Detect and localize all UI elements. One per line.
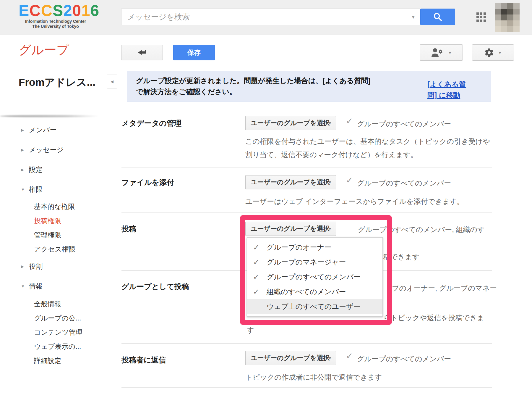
sidebar-item-label: 権限 [29, 185, 43, 194]
dropdown-menu-item[interactable]: ✓ グループのすべてのメンバー [247, 270, 382, 284]
expand-arrow-icon: ▶ [21, 167, 29, 172]
expand-arrow-icon: ▶ [21, 264, 29, 269]
sidebar-item-label: ウェブ表示の... [34, 342, 81, 351]
dropdown-label: ユーザーのグループを選択 [251, 178, 330, 187]
sidebar-item-label: 管理権限 [34, 231, 61, 240]
expand-arrow-icon: ▼ [21, 187, 29, 192]
logo-letter: S [53, 2, 63, 19]
back-button[interactable] [121, 45, 163, 60]
occluded-text-fragment: 稿できます [383, 252, 419, 262]
settings-button[interactable]: ▼ [472, 44, 514, 61]
row-divider [121, 387, 492, 388]
avatar[interactable] [495, 3, 520, 32]
logo-letter: 6 [90, 2, 99, 19]
chevron-down-icon: ▼ [328, 121, 332, 125]
reply-to-author-group-select-dropdown[interactable]: ユーザーのグループを選択 ▼ [245, 351, 336, 365]
sidebar-item-label: 設定 [29, 165, 43, 174]
check-icon: ✓ [346, 116, 353, 126]
check-icon: ✓ [253, 273, 259, 282]
row-divider [121, 212, 492, 213]
sidebar-item-label: 全般情報 [34, 299, 61, 309]
occluded-text-fragment: らトピックや返信を投稿できま [383, 313, 484, 323]
chevron-down-icon: ▼ [328, 226, 332, 231]
eccs-logo: ECCS2016 Information Technology Center T… [19, 2, 93, 29]
group-name-title: Fromアドレス... [19, 75, 95, 89]
sidebar-nav-item[interactable]: ▼ 権限 [0, 182, 117, 196]
dropdown-menu-item-label: グループのすべてのメンバー [267, 272, 361, 282]
attach-files-description: ユーザーはウェブ インターフェースからファイルを添付できます。 [245, 195, 495, 208]
occluded-text-fragment: プのオーナー, グループのマネー [392, 283, 497, 293]
sidebar: Fromアドレス... ◀ ▶ メンバー ▶ メッセージ ▶ 設定 [0, 70, 117, 419]
logo-letter: 0 [72, 2, 81, 19]
save-button[interactable]: 保存 [173, 45, 215, 60]
dropdown-menu-item-label: グループのオーナー [267, 243, 331, 252]
metadata-selected-value: グループのすべてのメンバー [357, 119, 451, 129]
logo-letter: C [29, 2, 41, 19]
member-settings-button[interactable]: ▼ [420, 44, 463, 61]
check-icon: ✓ [346, 175, 353, 185]
check-icon: ✓ [253, 287, 259, 296]
search-icon [433, 12, 442, 22]
metadata-group-select-dropdown[interactable]: ユーザーのグループを選択 ▼ [245, 116, 336, 130]
sidebar-nav-item[interactable]: アクセス権限 [0, 242, 117, 256]
sidebar-nav-item[interactable]: 管理権限 [0, 228, 117, 242]
sidebar-nav-item[interactable]: コンテンツ管理 [0, 325, 117, 339]
dropdown-menu-item[interactable]: ✓ グループのマネージャー [247, 255, 382, 270]
logo-letter: 2 [63, 2, 72, 19]
app-title: グループ [19, 43, 69, 57]
chevron-down-icon: ▼ [498, 50, 502, 55]
logo-letter: E [19, 2, 29, 19]
sidebar-nav-item[interactable]: 基本的な権限 [0, 199, 117, 214]
dropdown-label: ユーザーのグループを選択 [251, 119, 330, 128]
sidebar-nav-item[interactable]: ▶ 設定 [0, 162, 117, 177]
dropdown-label: ユーザーのグループを選択 [251, 224, 330, 233]
expand-arrow-icon: ▶ [21, 128, 29, 132]
sidebar-collapse-button[interactable]: ◀ [107, 75, 117, 88]
metadata-description: この権限を付与されたユーザーは、基本的なタスク（トピックの引き受けや割り当て、返… [245, 135, 495, 161]
search-button[interactable] [420, 9, 455, 25]
groups-settings-page: ECCS2016 Information Technology Center T… [0, 0, 532, 419]
post-permission-dropdown-menu: ✓ グループのオーナー ✓ グループのマネージャー ✓ グループのすべてのメンバ… [247, 237, 383, 317]
faq-link[interactable]: [よくある質 問] に移動 [427, 79, 486, 101]
logo-subtitle-1: Information Technology Center [19, 19, 93, 24]
notification-banner: グループ設定が更新されました。問題が発生した場合は、[よくある質問] で解決方法… [127, 71, 491, 101]
dropdown-menu-item[interactable]: ✓ グループのオーナー [247, 240, 382, 255]
eccs-logo-text: ECCS2016 [19, 2, 93, 19]
sidebar-nav-item[interactable]: ▶ 役割 [0, 259, 117, 273]
sidebar-item-label: コンテンツ管理 [34, 328, 82, 337]
sidebar-nav-item[interactable]: ▼ 情報 [0, 279, 117, 293]
search-input[interactable] [121, 9, 420, 25]
row-label-metadata: メタデータの管理 [121, 118, 181, 128]
dropdown-menu-item[interactable]: ✓ 組織のすべてのメンバー [247, 284, 382, 299]
sidebar-nav-item[interactable]: ウェブ表示の... [0, 339, 117, 354]
post-selected-value-partial: グループのすべてのメンバー, 組織のす [358, 225, 485, 234]
logo-letter: C [41, 2, 53, 19]
row-label-attach-files: ファイルを添付 [121, 178, 174, 187]
chevron-down-icon: ▼ [448, 50, 452, 55]
sidebar-item-label: メッセージ [29, 145, 64, 154]
logo-letter: 1 [81, 2, 90, 19]
search-scope-dropdown-arrow-icon[interactable]: ▼ [411, 15, 415, 20]
sidebar-shadow-divider [0, 115, 103, 117]
row-divider [121, 343, 492, 344]
post-group-select-dropdown[interactable]: ユーザーのグループを選択 ▼ [245, 222, 336, 236]
sidebar-nav-item[interactable]: グループの公... [0, 311, 117, 325]
back-arrow-icon [137, 49, 147, 56]
sidebar-nav-item[interactable]: 詳細設定 [0, 354, 117, 368]
dropdown-menu-item-label: 組織のすべてのメンバー [267, 287, 346, 296]
sidebar-nav: ▶ メンバー ▶ メッセージ ▶ 設定 ▼ 権限 [0, 123, 117, 368]
sidebar-nav-item[interactable]: ▶ メッセージ [0, 143, 117, 157]
sidebar-item-label: 詳細設定 [34, 356, 61, 365]
attach-files-group-select-dropdown[interactable]: ユーザーのグループを選択 ▼ [245, 175, 336, 189]
sidebar-nav-item[interactable]: 投稿権限 [0, 214, 117, 228]
sidebar-nav-item[interactable]: 全般情報 [0, 297, 117, 311]
dropdown-menu-item-label: グループのマネージャー [267, 257, 346, 267]
collapse-arrow-icon: ◀ [111, 79, 113, 84]
sidebar-item-label: グループの公... [34, 314, 81, 323]
sidebar-item-label: 基本的な権限 [34, 202, 75, 211]
apps-grid-icon[interactable] [476, 12, 486, 22]
dropdown-menu-item[interactable]: ウェブ上のすべてのユーザー [247, 299, 382, 314]
sidebar-item-label: アクセス権限 [34, 245, 75, 254]
check-icon: ✓ [253, 243, 259, 252]
sidebar-nav-item[interactable]: ▶ メンバー [0, 123, 117, 137]
